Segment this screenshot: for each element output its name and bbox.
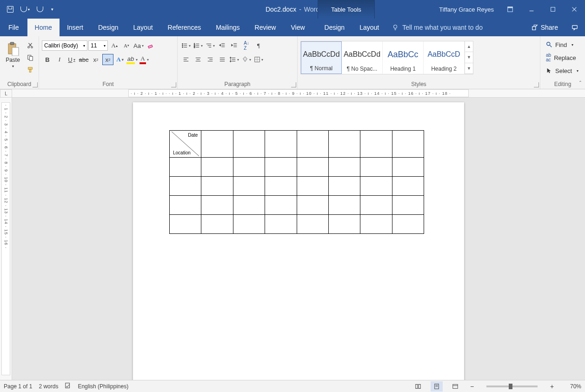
status-words[interactable]: 2 words xyxy=(39,383,58,390)
table-cell[interactable] xyxy=(170,215,201,234)
bold-button[interactable]: B xyxy=(42,54,53,65)
ribbon-display-options-button[interactable] xyxy=(499,0,521,19)
table-row[interactable]: Date Location xyxy=(170,131,424,158)
tab-review[interactable]: Review xyxy=(247,19,284,36)
share-button[interactable]: Share xyxy=(525,19,565,36)
zoom-slider[interactable] xyxy=(486,385,538,387)
table-cell[interactable] xyxy=(201,196,233,215)
web-layout-button[interactable] xyxy=(449,381,461,392)
table-cell[interactable] xyxy=(392,177,424,196)
show-marks-button[interactable]: ¶ xyxy=(253,40,264,51)
multilevel-list-button[interactable] xyxy=(205,40,216,51)
close-button[interactable] xyxy=(564,0,585,19)
tab-layout[interactable]: Layout xyxy=(126,19,160,36)
table-cell[interactable] xyxy=(297,177,328,196)
ruler-tab-selector[interactable]: L xyxy=(0,89,12,98)
table-cell[interactable] xyxy=(265,215,297,234)
paste-button[interactable]: Paste ▾ xyxy=(3,38,23,72)
table-cell[interactable] xyxy=(328,177,360,196)
minimize-button[interactable] xyxy=(521,0,542,19)
shading-button[interactable] xyxy=(241,54,252,65)
zoom-out-button[interactable]: − xyxy=(468,382,476,391)
collapse-ribbon-button[interactable]: ˆ xyxy=(579,80,581,87)
table-row[interactable] xyxy=(170,177,424,196)
numbering-button[interactable]: 123 xyxy=(193,40,204,51)
table-cell[interactable] xyxy=(392,131,424,158)
format-painter-button[interactable] xyxy=(25,64,36,75)
table-row[interactable] xyxy=(170,215,424,234)
status-page[interactable]: Page 1 of 1 xyxy=(4,383,32,390)
table-cell[interactable] xyxy=(265,177,297,196)
table-cell[interactable] xyxy=(201,215,233,234)
strikethrough-button[interactable]: abc xyxy=(78,54,89,65)
table-cell[interactable] xyxy=(233,131,265,158)
tab-table-design[interactable]: Design xyxy=(317,19,352,36)
table-cell[interactable] xyxy=(233,215,265,234)
grow-font-button[interactable]: A▴ xyxy=(109,40,120,51)
tab-table-layout[interactable]: Layout xyxy=(352,19,386,36)
table-cell[interactable] xyxy=(170,196,201,215)
styles-scroll-up[interactable]: ▲ xyxy=(465,41,473,52)
font-color-button[interactable]: A xyxy=(139,54,150,65)
table-cell[interactable] xyxy=(360,131,392,158)
table-cell[interactable] xyxy=(360,196,392,215)
superscript-button[interactable]: x2 xyxy=(102,54,113,65)
status-proofing[interactable] xyxy=(65,382,71,390)
table-cell[interactable] xyxy=(233,177,265,196)
table-cell[interactable] xyxy=(233,196,265,215)
tab-view[interactable]: View xyxy=(283,19,312,36)
page[interactable]: Date Location xyxy=(133,102,464,380)
justify-button[interactable] xyxy=(217,54,228,65)
shrink-font-button[interactable]: A▾ xyxy=(121,40,132,51)
table-cell[interactable] xyxy=(392,215,424,234)
table-cell[interactable] xyxy=(170,177,201,196)
style-no-spacing[interactable]: AaBbCcDd ¶ No Spac... xyxy=(342,41,383,74)
table-cell[interactable] xyxy=(360,215,392,234)
table-header-diagonal-cell[interactable]: Date Location xyxy=(170,131,201,158)
increase-indent-button[interactable] xyxy=(229,40,240,51)
style-normal[interactable]: AaBbCcDd ¶ Normal xyxy=(301,41,342,74)
maximize-button[interactable] xyxy=(542,0,564,19)
table-cell[interactable] xyxy=(201,177,233,196)
sort-button[interactable]: A↓Z xyxy=(241,40,252,51)
status-language[interactable]: English (Philippines) xyxy=(78,383,128,390)
align-left-button[interactable] xyxy=(180,54,192,65)
table-cell[interactable] xyxy=(201,131,233,158)
table-cell[interactable] xyxy=(297,196,328,215)
tab-references[interactable]: References xyxy=(160,19,209,36)
cut-button[interactable] xyxy=(25,40,36,51)
tab-home[interactable]: Home xyxy=(27,19,60,36)
table-cell[interactable] xyxy=(201,158,233,177)
styles-scroll-down[interactable]: ▼ xyxy=(465,52,473,63)
document-area[interactable]: Date Location xyxy=(12,98,585,380)
font-dialog-launcher[interactable] xyxy=(171,82,176,87)
table-cell[interactable] xyxy=(360,177,392,196)
zoom-level[interactable]: 70% xyxy=(563,383,581,390)
table-cell[interactable] xyxy=(328,131,360,158)
borders-button[interactable] xyxy=(253,54,264,65)
tab-file[interactable]: File xyxy=(0,19,27,36)
italic-button[interactable]: I xyxy=(54,54,65,65)
table-cell[interactable] xyxy=(233,158,265,177)
tab-design[interactable]: Design xyxy=(91,19,126,36)
subscript-button[interactable]: x2 xyxy=(90,54,101,65)
table-cell[interactable] xyxy=(170,158,201,177)
replace-button[interactable]: abac Replace xyxy=(543,52,579,63)
undo-button[interactable]: ▾ xyxy=(19,3,32,16)
print-layout-button[interactable] xyxy=(431,381,443,392)
table-cell[interactable] xyxy=(328,196,360,215)
font-name-combo[interactable]: Calibri (Body)▾ xyxy=(42,40,87,51)
read-mode-button[interactable] xyxy=(412,381,424,392)
clipboard-dialog-launcher[interactable] xyxy=(33,82,38,87)
highlight-button[interactable]: ab xyxy=(126,54,138,65)
zoom-slider-thumb[interactable] xyxy=(509,384,512,389)
find-button[interactable]: Find▾ xyxy=(543,39,576,50)
style-heading-2[interactable]: AaBbCcD Heading 2 xyxy=(424,41,465,74)
styles-dialog-launcher[interactable] xyxy=(534,82,539,87)
align-center-button[interactable] xyxy=(193,54,204,65)
text-effects-button[interactable]: A xyxy=(114,54,126,65)
clear-formatting-button[interactable] xyxy=(145,40,156,51)
table-cell[interactable] xyxy=(328,215,360,234)
redo-button[interactable] xyxy=(33,3,47,16)
tab-mailings[interactable]: Mailings xyxy=(208,19,247,36)
